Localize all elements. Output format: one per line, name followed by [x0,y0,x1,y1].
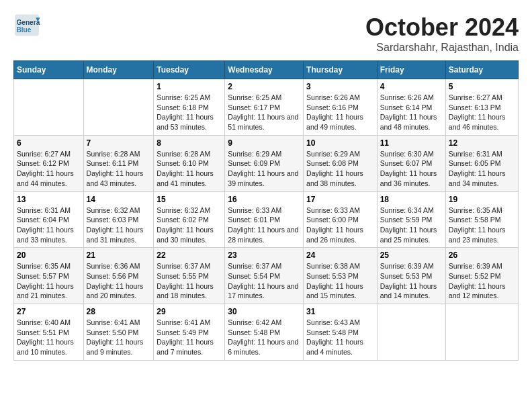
logo: General Blue [13,13,42,37]
calendar-cell: 10Sunrise: 6:29 AMSunset: 6:08 PMDayligh… [304,135,378,191]
calendar-cell: 16Sunrise: 6:33 AMSunset: 6:01 PMDayligh… [225,191,304,248]
day-number: 8 [157,138,222,148]
header-day-monday: Monday [83,61,154,79]
day-number: 25 [380,250,443,260]
calendar-cell [445,304,518,361]
cell-info: Sunset: 6:13 PM [449,103,515,113]
cell-info: Sunset: 5:59 PM [380,215,443,225]
cell-info: Sunset: 6:14 PM [380,103,443,113]
calendar-cell: 27Sunrise: 6:40 AMSunset: 5:51 PMDayligh… [14,304,84,361]
cell-info: Sunset: 6:05 PM [449,158,515,169]
cell-info: Sunset: 6:11 PM [87,158,151,169]
day-number: 5 [449,82,515,91]
cell-info: Sunrise: 6:29 AM [306,149,374,159]
logo-icon: General Blue [13,13,40,37]
cell-info: Sunset: 6:10 PM [157,158,222,169]
cell-info: Sunrise: 6:37 AM [157,261,222,271]
day-number: 16 [228,195,300,204]
page-header: General Blue October 2024 Sardarshahr, R… [13,13,519,54]
cell-info: Sunset: 6:12 PM [17,158,81,169]
day-number: 11 [380,138,443,148]
svg-text:Blue: Blue [16,26,31,34]
cell-info: Daylight: 11 hours and 38 minutes. [306,169,374,188]
cell-info: Sunrise: 6:39 AM [449,261,515,271]
cell-info: Sunset: 5:53 PM [306,271,374,281]
cell-info: Sunrise: 6:26 AM [306,93,374,103]
header-day-wednesday: Wednesday [225,61,304,79]
cell-info: Sunset: 6:18 PM [157,103,222,113]
cell-info: Daylight: 11 hours and 4 minutes. [306,337,374,357]
cell-info: Daylight: 11 hours and 30 minutes. [157,225,222,244]
week-row-5: 27Sunrise: 6:40 AMSunset: 5:51 PMDayligh… [14,304,519,361]
calendar-cell: 3Sunrise: 6:26 AMSunset: 6:16 PMDaylight… [304,79,378,136]
cell-info: Sunrise: 6:25 AM [228,93,300,103]
day-number: 19 [449,195,515,204]
week-row-3: 13Sunrise: 6:31 AMSunset: 6:04 PMDayligh… [14,191,519,248]
calendar-cell: 15Sunrise: 6:32 AMSunset: 6:02 PMDayligh… [154,191,225,248]
header-row: SundayMondayTuesdayWednesdayThursdayFrid… [14,61,519,79]
cell-info: Sunset: 6:01 PM [228,215,300,225]
week-row-1: 1Sunrise: 6:25 AMSunset: 6:18 PMDaylight… [14,79,519,136]
cell-info: Sunset: 5:55 PM [157,271,222,281]
cell-info: Sunset: 6:17 PM [228,103,300,113]
calendar-cell: 9Sunrise: 6:29 AMSunset: 6:09 PMDaylight… [225,135,304,191]
day-number: 15 [157,195,222,204]
cell-info: Sunrise: 6:41 AM [157,318,222,328]
calendar-table: SundayMondayTuesdayWednesdayThursdayFrid… [13,60,519,361]
cell-info: Daylight: 11 hours and 28 minutes. [228,225,300,244]
calendar-cell [14,79,84,136]
day-number: 21 [87,250,151,260]
calendar-cell: 31Sunrise: 6:43 AMSunset: 5:48 PMDayligh… [304,304,378,361]
header-day-thursday: Thursday [304,61,378,79]
cell-info: Daylight: 11 hours and 31 minutes. [87,225,151,244]
calendar-header: SundayMondayTuesdayWednesdayThursdayFrid… [14,61,519,79]
calendar-cell: 12Sunrise: 6:31 AMSunset: 6:05 PMDayligh… [445,135,518,191]
day-number: 24 [306,250,374,260]
cell-info: Sunrise: 6:32 AM [157,205,222,216]
calendar-cell: 29Sunrise: 6:41 AMSunset: 5:49 PMDayligh… [154,304,225,361]
calendar-cell: 8Sunrise: 6:28 AMSunset: 6:10 PMDaylight… [154,135,225,191]
day-number: 7 [87,138,151,148]
week-row-2: 6Sunrise: 6:27 AMSunset: 6:12 PMDaylight… [14,135,519,191]
day-number: 12 [449,138,515,148]
calendar-cell [377,304,445,361]
title-section: October 2024 Sardarshahr, Rajasthan, Ind… [365,13,519,54]
cell-info: Sunrise: 6:41 AM [87,318,151,328]
calendar-cell: 20Sunrise: 6:35 AMSunset: 5:57 PMDayligh… [14,248,84,304]
calendar-cell: 21Sunrise: 6:36 AMSunset: 5:56 PMDayligh… [83,248,154,304]
cell-info: Sunset: 5:48 PM [228,328,300,338]
day-number: 6 [17,138,81,148]
cell-info: Daylight: 11 hours and 17 minutes. [228,281,300,301]
cell-info: Sunset: 6:02 PM [157,215,222,225]
calendar-cell: 7Sunrise: 6:28 AMSunset: 6:11 PMDaylight… [83,135,154,191]
cell-info: Sunset: 6:08 PM [306,158,374,169]
calendar-cell: 1Sunrise: 6:25 AMSunset: 6:18 PMDaylight… [154,79,225,136]
cell-info: Sunrise: 6:35 AM [17,261,81,271]
day-number: 30 [228,307,300,316]
cell-info: Sunrise: 6:27 AM [17,149,81,159]
cell-info: Sunset: 5:56 PM [87,271,151,281]
cell-info: Daylight: 11 hours and 18 minutes. [157,281,222,301]
calendar-cell: 19Sunrise: 6:35 AMSunset: 5:58 PMDayligh… [445,191,518,248]
cell-info: Sunrise: 6:38 AM [306,261,374,271]
cell-info: Sunset: 6:03 PM [87,215,151,225]
calendar-cell: 4Sunrise: 6:26 AMSunset: 6:14 PMDaylight… [377,79,445,136]
cell-info: Sunset: 5:49 PM [157,328,222,338]
cell-info: Daylight: 11 hours and 39 minutes. [228,169,300,188]
cell-info: Sunset: 5:48 PM [306,328,374,338]
cell-info: Sunset: 5:52 PM [449,271,515,281]
month-title: October 2024 [365,13,519,42]
day-number: 1 [157,82,222,91]
cell-info: Sunrise: 6:31 AM [17,205,81,216]
cell-info: Sunset: 5:58 PM [449,215,515,225]
cell-info: Sunset: 5:54 PM [228,271,300,281]
calendar-body: 1Sunrise: 6:25 AMSunset: 6:18 PMDaylight… [14,79,519,361]
cell-info: Daylight: 11 hours and 15 minutes. [306,281,374,301]
calendar-cell: 22Sunrise: 6:37 AMSunset: 5:55 PMDayligh… [154,248,225,304]
day-number: 14 [87,195,151,204]
calendar-cell: 11Sunrise: 6:30 AMSunset: 6:07 PMDayligh… [377,135,445,191]
cell-info: Sunset: 5:57 PM [17,271,81,281]
calendar-cell: 17Sunrise: 6:33 AMSunset: 6:00 PMDayligh… [304,191,378,248]
calendar-cell: 24Sunrise: 6:38 AMSunset: 5:53 PMDayligh… [304,248,378,304]
calendar-cell [83,79,154,136]
